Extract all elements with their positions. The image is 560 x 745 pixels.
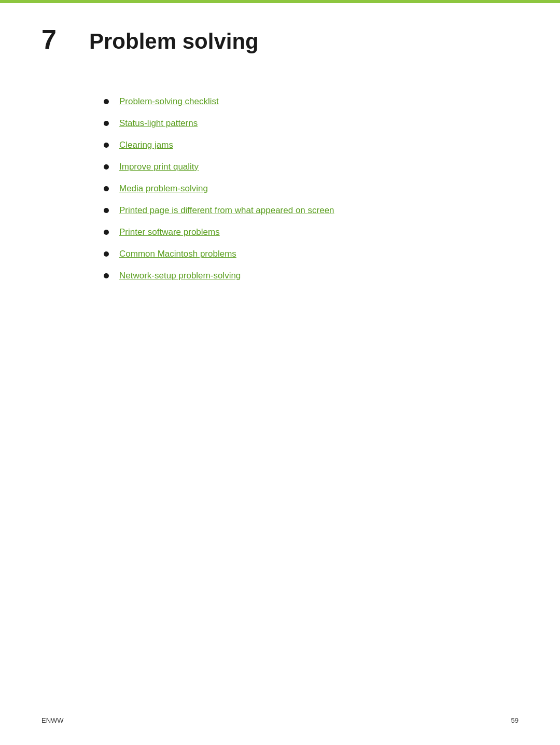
chapter-title: Problem solving <box>89 29 259 54</box>
bullet-icon <box>104 251 109 257</box>
toc-link-4[interactable]: Media problem-solving <box>119 184 208 194</box>
toc-list-item: Printed page is different from what appe… <box>104 205 519 216</box>
toc-link-8[interactable]: Network-setup problem-solving <box>119 271 241 281</box>
toc-link-3[interactable]: Improve print quality <box>119 162 199 172</box>
footer-left: ENWW <box>41 716 64 724</box>
toc-link-1[interactable]: Status-light patterns <box>119 118 198 129</box>
toc-list-item: Improve print quality <box>104 162 519 172</box>
chapter-number: 7 <box>41 24 73 55</box>
chapter-header: 7 Problem solving <box>41 24 519 55</box>
toc-link-6[interactable]: Printer software problems <box>119 227 220 237</box>
bullet-icon <box>104 186 109 191</box>
bullet-icon <box>104 99 109 104</box>
bullet-icon <box>104 164 109 170</box>
footer-right: 59 <box>511 716 519 724</box>
toc-list: Problem-solving checklistStatus-light pa… <box>104 96 519 281</box>
toc-list-item: Common Macintosh problems <box>104 249 519 259</box>
toc-list-item: Media problem-solving <box>104 184 519 194</box>
toc-link-5[interactable]: Printed page is different from what appe… <box>119 205 334 216</box>
toc-list-item: Printer software problems <box>104 227 519 237</box>
footer: ENWW 59 <box>41 716 519 724</box>
toc-list-item: Network-setup problem-solving <box>104 271 519 281</box>
toc-link-7[interactable]: Common Macintosh problems <box>119 249 236 259</box>
bullet-icon <box>104 230 109 235</box>
bullet-icon <box>104 273 109 278</box>
toc-list-item: Status-light patterns <box>104 118 519 129</box>
bullet-icon <box>104 208 109 213</box>
toc-list-item: Clearing jams <box>104 140 519 150</box>
toc-link-0[interactable]: Problem-solving checklist <box>119 96 219 107</box>
toc-list-item: Problem-solving checklist <box>104 96 519 107</box>
bullet-icon <box>104 143 109 148</box>
toc-link-2[interactable]: Clearing jams <box>119 140 173 150</box>
bullet-icon <box>104 121 109 126</box>
